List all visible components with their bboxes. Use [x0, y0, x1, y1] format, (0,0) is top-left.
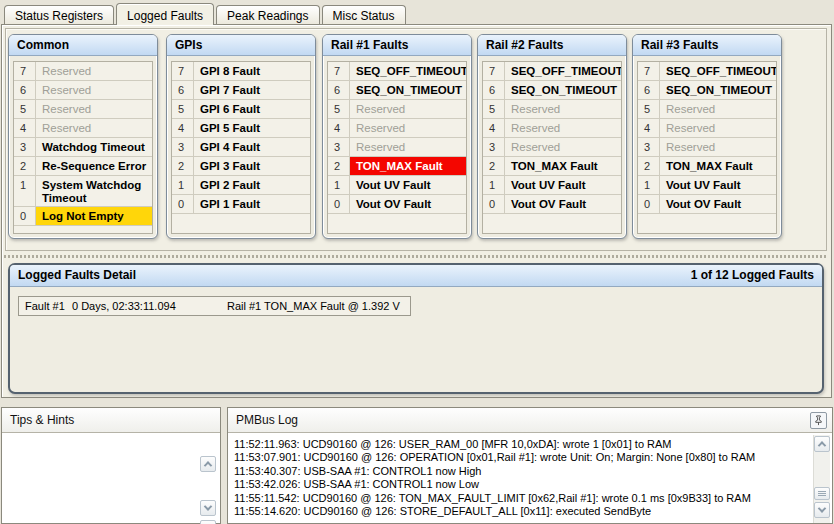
tab-misc-status[interactable]: Misc Status — [322, 5, 406, 24]
fault-label: Reserved — [350, 138, 466, 156]
fault-bit-row: 6GPI 7 Fault — [172, 81, 310, 100]
fault-bit-row: 4Reserved — [638, 119, 776, 138]
bit-number: 6 — [172, 81, 194, 99]
fault-bit-row: 6Reserved — [14, 81, 152, 100]
fault-bit-table: 7SEQ_OFF_TIMEOUT 6SEQ_ON_TIMEOUT 5Reserv… — [482, 61, 622, 234]
bit-number: 3 — [172, 138, 194, 156]
tips-scroll-down-button[interactable] — [200, 500, 216, 516]
fault-label: Vout OV Fault — [660, 195, 776, 213]
bit-number: 2 — [172, 157, 194, 175]
chevron-down-icon — [204, 502, 212, 510]
fault-bit-row: 4Reserved — [14, 119, 152, 138]
fault-bit-table: 7SEQ_OFF_TIMEOUT 6SEQ_ON_TIMEOUT 5Reserv… — [327, 61, 467, 234]
fault-entry-time: 0 Days, 02:33:11.094 — [72, 297, 227, 315]
pmbus-log-panel: PMBus Log 11:52:11.963: UCD90160 @ 126: … — [227, 407, 833, 524]
fault-bit-row: 7SEQ_OFF_TIMEOUT — [483, 62, 621, 81]
fault-bit-row: 1Vout UV Fault — [483, 176, 621, 195]
fault-bit-row: 4Reserved — [328, 119, 466, 138]
fault-bit-table: 7GPI 8 Fault 6GPI 7 Fault 5GPI 6 Fault 4… — [171, 61, 311, 234]
pin-button[interactable] — [810, 412, 827, 429]
fault-box-title: Rail #1 Faults — [323, 35, 471, 56]
bit-number: 3 — [638, 138, 660, 156]
tab-label: Logged Faults — [127, 9, 203, 23]
bit-number: 5 — [14, 100, 36, 118]
fault-label: Reserved — [505, 100, 621, 118]
pmbus-scroll-thumb[interactable] — [814, 487, 830, 500]
tab-logged-faults[interactable]: Logged Faults — [116, 3, 214, 25]
fault-box-common: Common 7Reserved 6Reserved 5Reserved 4Re… — [8, 34, 158, 239]
fault-label: GPI 7 Fault — [194, 81, 310, 99]
fault-label: GPI 1 Fault — [194, 195, 310, 213]
pmbus-scroll-down-button[interactable] — [814, 502, 830, 518]
log-line: 11:53:07.901: UCD90160 @ 126: OPERATION … — [234, 451, 810, 464]
bit-number: 7 — [483, 62, 505, 80]
fault-bit-table: 7SEQ_OFF_TIMEOUT 6SEQ_ON_TIMEOUT 5Reserv… — [637, 61, 777, 234]
grip-icon — [818, 491, 826, 496]
fault-label: Reserved — [350, 119, 466, 137]
tab-peak-readings[interactable]: Peak Readings — [216, 5, 319, 24]
fault-label: SEQ_ON_TIMEOUT — [660, 81, 776, 99]
tips-scroll-up-button[interactable] — [200, 456, 216, 472]
fault-bit-row: 5GPI 6 Fault — [172, 100, 310, 119]
fault-bit-row: 6SEQ_ON_TIMEOUT — [483, 81, 621, 100]
fault-label: SEQ_ON_TIMEOUT — [505, 81, 621, 99]
logged-faults-detail-header: Logged Faults Detail 1 of 12 Logged Faul… — [10, 265, 822, 287]
fault-bit-row: 5Reserved — [14, 100, 152, 119]
bit-number: 0 — [172, 195, 194, 213]
bit-number: 6 — [638, 81, 660, 99]
fault-label: Reserved — [36, 119, 152, 137]
bit-number: 6 — [328, 81, 350, 99]
bit-number: 0 — [14, 207, 36, 225]
fault-label: SEQ_OFF_TIMEOUT — [660, 62, 777, 80]
fault-label: Reserved — [505, 119, 621, 137]
tips-scroll-partial-button[interactable] — [200, 520, 216, 524]
bit-number: 3 — [328, 138, 350, 156]
fault-label: Log Not Empty — [36, 207, 152, 225]
bit-number: 0 — [638, 195, 660, 213]
pmbus-log-scrollbar[interactable] — [813, 435, 830, 523]
bit-number: 4 — [638, 119, 660, 137]
fault-bit-row: 0GPI 1 Fault — [172, 195, 310, 214]
fault-label: Reserved — [660, 138, 776, 156]
fault-label: Watchdog Timeout — [36, 138, 152, 156]
bit-number: 6 — [14, 81, 36, 99]
tips-hints-header: Tips & Hints — [2, 408, 220, 433]
bit-number: 7 — [638, 62, 660, 80]
horizontal-splitter[interactable] — [4, 255, 828, 258]
fault-box-rail-1: Rail #1 Faults 7SEQ_OFF_TIMEOUT 6SEQ_ON_… — [322, 34, 472, 239]
pmbus-log-lines[interactable]: 11:52:11.963: UCD90160 @ 126: USER_RAM_0… — [234, 438, 810, 523]
bit-number: 3 — [14, 138, 36, 156]
fault-bit-row: 3GPI 4 Fault — [172, 138, 310, 157]
fault-bit-row: 7SEQ_OFF_TIMEOUT — [638, 62, 776, 81]
log-line: 11:52:11.963: UCD90160 @ 126: USER_RAM_0… — [234, 438, 810, 451]
pmbus-log-header: PMBus Log — [228, 408, 832, 433]
pmbus-scroll-up-button[interactable] — [814, 436, 830, 452]
fault-label: SEQ_OFF_TIMEOUT — [505, 62, 622, 80]
fault-bit-row: 4GPI 5 Fault — [172, 119, 310, 138]
fault-label: Vout OV Fault — [505, 195, 621, 213]
fault-bit-row: 5Reserved — [483, 100, 621, 119]
tab-label: Peak Readings — [227, 9, 308, 23]
fault-bit-row: 5Reserved — [638, 100, 776, 119]
fault-label: TON_MAX Fault — [505, 157, 621, 175]
bit-number: 6 — [483, 81, 505, 99]
fault-label: Vout OV Fault — [350, 195, 466, 213]
tips-hints-panel: Tips & Hints — [1, 407, 221, 524]
fault-label: Reserved — [505, 138, 621, 156]
fault-label: SEQ_ON_TIMEOUT — [350, 81, 466, 99]
fault-label: GPI 6 Fault — [194, 100, 310, 118]
fault-bit-row: 0Log Not Empty — [14, 207, 152, 226]
logged-faults-count: 1 of 12 Logged Faults — [691, 268, 814, 286]
bit-number: 2 — [14, 157, 36, 175]
bit-number: 3 — [483, 138, 505, 156]
fault-bit-row: 0Vout OV Fault — [483, 195, 621, 214]
fault-bit-row: 7GPI 8 Fault — [172, 62, 310, 81]
bit-number: 1 — [328, 176, 350, 194]
tab-status-registers[interactable]: Status Registers — [4, 5, 114, 24]
fault-bit-row: 7SEQ_OFF_TIMEOUT — [328, 62, 466, 81]
bit-number: 5 — [172, 100, 194, 118]
fault-label: Vout UV Fault — [505, 176, 621, 194]
logged-fault-entry[interactable]: Fault #1 0 Days, 02:33:11.094 Rail #1 TO… — [18, 296, 411, 316]
fault-bit-row: 3Watchdog Timeout — [14, 138, 152, 157]
bit-number: 4 — [328, 119, 350, 137]
